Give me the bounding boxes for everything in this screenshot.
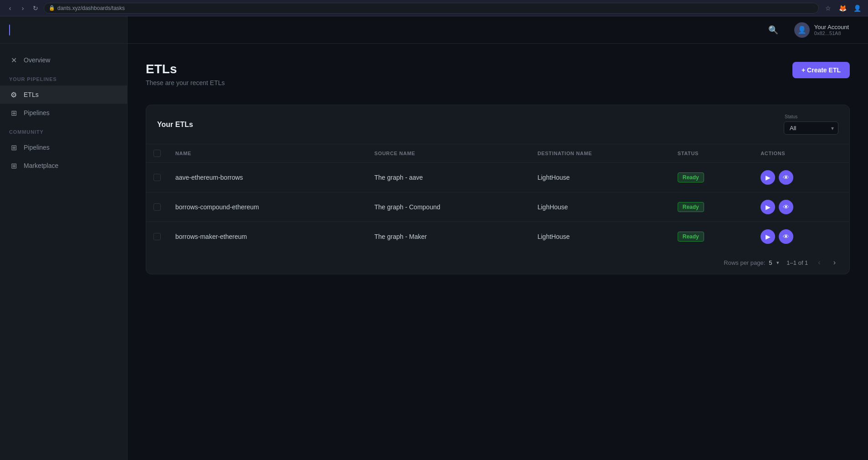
status-badge: Ready — [678, 202, 704, 212]
sidebar-logo — [0, 16, 127, 44]
row-status: Ready — [670, 222, 753, 252]
row-status: Ready — [670, 163, 753, 192]
col-name: NAME — [168, 144, 367, 163]
row-actions: ▶ 👁 — [753, 222, 849, 252]
run-button-1[interactable]: ▶ — [761, 200, 775, 214]
main-content: 🔍 👤 Your Account 0x82...51A8 ETLs These … — [128, 16, 868, 460]
etls-table-card: Your ETLs Status All Ready Running Error — [146, 105, 850, 274]
forward-button[interactable]: › — [18, 4, 27, 13]
table-row: borrows-maker-ethereum The graph - Maker… — [146, 222, 849, 252]
row-checkbox-cell — [146, 163, 168, 192]
row-name: borrows-maker-ethereum — [168, 222, 367, 252]
row-status: Ready — [670, 192, 753, 222]
overview-icon: ✕ — [9, 56, 18, 65]
actions-cell: ▶ 👁 — [761, 200, 842, 214]
sidebar-item-marketplace[interactable]: ⊞ Marketplace — [0, 157, 127, 175]
sidebar-item-pipelines-community-label: Pipelines — [24, 144, 50, 151]
sidebar-nav: ✕ Overview YOUR PIPELINES ⚙ ETLs ⊞ Pipel… — [0, 44, 127, 460]
browser-actions: ☆ 🦊 👤 — [822, 3, 863, 14]
sidebar-item-etls-label: ETLs — [24, 91, 39, 98]
sidebar-item-pipelines-mine-label: Pipelines — [24, 109, 50, 116]
section-label-pipelines: YOUR PIPELINES — [0, 69, 127, 86]
table-row: borrows-compound-ethereum The graph - Co… — [146, 192, 849, 222]
table-section-title: Your ETLs — [157, 121, 193, 129]
rows-per-page-select[interactable]: 5 10 25 — [769, 259, 776, 266]
page-info: 1–1 of 1 — [786, 259, 808, 266]
next-page-button[interactable]: › — [831, 258, 838, 268]
row-checkbox-cell — [146, 192, 168, 222]
sidebar-item-marketplace-label: Marketplace — [24, 162, 58, 169]
row-name: borrows-compound-ethereum — [168, 192, 367, 222]
rows-per-page: Rows per page: 5 10 25 ▾ — [724, 259, 779, 266]
account-area[interactable]: 👤 Your Account 0x82...51A8 — [789, 20, 854, 40]
run-button-2[interactable]: ▶ — [761, 229, 775, 244]
row-checkbox-2[interactable] — [153, 233, 161, 240]
create-etl-button[interactable]: + Create ETL — [792, 62, 850, 78]
bookmark-icon[interactable]: ☆ — [822, 3, 833, 14]
page-content: ETLs These are your recent ETLs + Create… — [128, 44, 868, 460]
view-button-1[interactable]: 👁 — [779, 200, 793, 214]
row-source-name: The graph - Compound — [367, 192, 530, 222]
avatar: 👤 — [794, 22, 810, 38]
table-card-header: Your ETLs Status All Ready Running Error — [146, 105, 849, 144]
col-actions: ACTIONS — [753, 144, 849, 163]
rows-select-wrapper: 5 10 25 ▾ — [769, 259, 779, 266]
profile-icon[interactable]: 👤 — [852, 3, 863, 14]
run-button-0[interactable]: ▶ — [761, 170, 775, 185]
pipelines-community-icon: ⊞ — [9, 143, 18, 152]
rows-select-chevron: ▾ — [776, 260, 779, 266]
url-text: dants.xyz/dashboards/tasks — [57, 5, 125, 11]
section-label-community: COMMUNITY — [0, 122, 127, 138]
actions-cell: ▶ 👁 — [761, 170, 842, 185]
row-source-name: The graph - aave — [367, 163, 530, 192]
page-header: ETLs These are your recent ETLs + Create… — [146, 62, 850, 86]
status-badge: Ready — [678, 232, 704, 242]
rows-per-page-label: Rows per page: — [724, 259, 765, 266]
etls-table: NAME SOURCE NAME DESTINATION NAME STATUS… — [146, 144, 849, 251]
page-subtitle: These are your recent ETLs — [146, 79, 225, 86]
prev-page-button[interactable]: ‹ — [815, 258, 823, 268]
back-button[interactable]: ‹ — [5, 4, 15, 13]
account-name: Your Account — [814, 24, 849, 30]
lock-icon: 🔒 — [49, 5, 55, 11]
view-button-2[interactable]: 👁 — [779, 229, 793, 244]
view-button-0[interactable]: 👁 — [779, 170, 793, 185]
page-title: ETLs — [146, 62, 225, 76]
col-checkbox — [146, 144, 168, 163]
sidebar-item-overview[interactable]: ✕ Overview — [0, 51, 127, 69]
table-header-row: NAME SOURCE NAME DESTINATION NAME STATUS… — [146, 144, 849, 163]
row-actions: ▶ 👁 — [753, 192, 849, 222]
row-checkbox-1[interactable] — [153, 203, 161, 211]
status-filter-select[interactable]: All Ready Running Error — [784, 121, 838, 135]
col-destination-name: DESTINATION NAME — [530, 144, 670, 163]
select-all-checkbox[interactable] — [153, 150, 161, 157]
app-container: ✕ Overview YOUR PIPELINES ⚙ ETLs ⊞ Pipel… — [0, 16, 868, 460]
table-row: aave-ethereum-borrows The graph - aave L… — [146, 163, 849, 192]
browser-chrome: ‹ › ↻ 🔒 dants.xyz/dashboards/tasks ☆ 🦊 👤 — [0, 0, 868, 16]
sidebar-item-pipelines-mine[interactable]: ⊞ Pipelines — [0, 104, 127, 122]
top-bar: 🔍 👤 Your Account 0x82...51A8 — [128, 16, 868, 44]
sidebar-item-overview-label: Overview — [24, 56, 50, 64]
sidebar-item-pipelines-community[interactable]: ⊞ Pipelines — [0, 138, 127, 157]
row-checkbox-0[interactable] — [153, 174, 161, 181]
sidebar-item-etls[interactable]: ⚙ ETLs — [0, 86, 127, 104]
reload-button[interactable]: ↻ — [31, 4, 40, 13]
row-destination-name: LighHouse — [530, 192, 670, 222]
account-address: 0x82...51A8 — [814, 30, 849, 36]
status-filter-wrapper: Status All Ready Running Error — [784, 121, 838, 135]
row-name: aave-ethereum-borrows — [168, 163, 367, 192]
row-source-name: The graph - Maker — [367, 222, 530, 252]
page-title-area: ETLs These are your recent ETLs — [146, 62, 225, 86]
sidebar: ✕ Overview YOUR PIPELINES ⚙ ETLs ⊞ Pipel… — [0, 16, 128, 460]
logo-line — [9, 25, 10, 35]
status-badge: Ready — [678, 172, 704, 182]
row-destination-name: LightHouse — [530, 222, 670, 252]
url-bar[interactable]: 🔒 dants.xyz/dashboards/tasks — [44, 3, 819, 14]
actions-cell: ▶ 👁 — [761, 229, 842, 244]
status-filter-label: Status — [785, 114, 797, 119]
marketplace-icon: ⊞ — [9, 161, 18, 170]
row-checkbox-cell — [146, 222, 168, 252]
pipelines-mine-icon: ⊞ — [9, 108, 18, 117]
search-button[interactable]: 🔍 — [765, 22, 781, 38]
extensions-icon[interactable]: 🦊 — [837, 3, 848, 14]
